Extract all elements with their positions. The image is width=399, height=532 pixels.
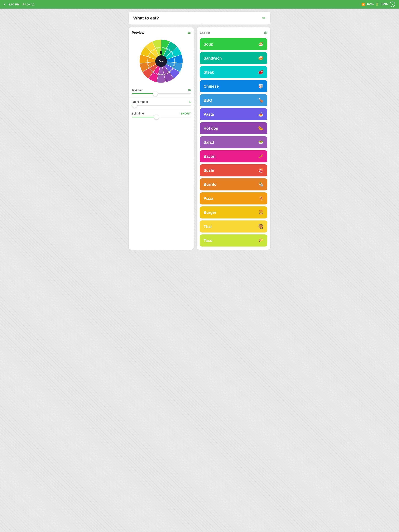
wheel-container[interactable]: SoupSandwichSteakChineseBBQPastaHot dogS… [132, 38, 191, 84]
label-name: Sandwich [204, 56, 256, 61]
spin-label: SPIN [380, 3, 388, 6]
preview-header: Preview ⇄ [132, 30, 191, 35]
text-size-value: 16 [187, 89, 191, 92]
label-name: Pasta [204, 112, 256, 117]
label-emoji: 🌭 [258, 126, 264, 131]
label-item[interactable]: Soup🍜 [200, 38, 267, 50]
label-name: Chinese [204, 84, 256, 89]
label-list: Soup🍜Sandwich🥪Steak🥩Chinese🥡BBQ🍗Pasta🍝Ho… [200, 38, 267, 247]
label-name: Burger [204, 210, 256, 215]
label-name: BBQ [204, 98, 256, 103]
label-repeat-setting: Label repeat 1 [132, 100, 191, 106]
spin-time-value: SHORT [180, 112, 191, 115]
label-name: Burrito [204, 182, 256, 187]
label-emoji: 🥗 [258, 140, 264, 145]
wifi-icon: 📶 [361, 3, 365, 6]
label-name: Soup [204, 42, 256, 47]
label-item[interactable]: Sandwich🥪 [200, 52, 267, 64]
preview-label: Preview [132, 31, 144, 35]
label-item[interactable]: Salad🥗 [200, 136, 267, 148]
label-item[interactable]: Steak🥩 [200, 66, 267, 78]
svg-text:Spin: Spin [159, 60, 164, 62]
label-emoji: 🍕 [258, 196, 264, 201]
content-row: Preview ⇄ SoupSandwichSteakChineseBBQPas… [129, 27, 270, 250]
shuffle-button[interactable]: ⇄ [187, 30, 191, 35]
labels-header: Labels ⊕ [200, 30, 267, 35]
spin-wheel[interactable]: SoupSandwichSteakChineseBBQPastaHot dogS… [138, 38, 185, 84]
main-container: What to eat? ✏ Preview ⇄ SoupSandwichSte… [125, 9, 274, 253]
label-item[interactable]: Hot dog🌭 [200, 122, 267, 134]
label-name: Taco [204, 238, 256, 243]
labels-title: Labels [200, 31, 210, 35]
right-panel: Labels ⊕ Soup🍜Sandwich🥪Steak🥩Chinese🥡BBQ… [197, 27, 270, 250]
spin-time-thumb[interactable] [154, 115, 159, 119]
label-emoji: 🌯 [258, 182, 264, 187]
label-item[interactable]: Pizza🍕 [200, 192, 267, 204]
text-size-setting: Text size 16 [132, 89, 191, 94]
label-emoji: 🍣 [258, 168, 264, 173]
text-size-track[interactable] [132, 93, 191, 94]
text-size-thumb[interactable] [153, 91, 158, 96]
label-emoji: 🍗 [258, 98, 264, 103]
label-repeat-track[interactable] [132, 105, 191, 106]
battery-level: 100% [367, 3, 374, 6]
label-emoji: 🌮 [258, 238, 264, 243]
status-time: 9:04 PM [8, 3, 19, 6]
add-label-button[interactable]: ⊕ [264, 30, 267, 35]
left-panel: Preview ⇄ SoupSandwichSteakChineseBBQPas… [129, 27, 194, 250]
label-emoji: 🥓 [258, 154, 264, 159]
label-repeat-value: 1 [189, 100, 191, 103]
spin-time-label: Spin time [132, 112, 144, 115]
label-item[interactable]: Thai🥘 [200, 221, 267, 233]
label-emoji: 🥡 [258, 84, 264, 89]
label-name: Sushi [204, 168, 256, 173]
label-name: Bacon [204, 154, 256, 159]
spin-button[interactable]: SPIN › [380, 1, 395, 7]
label-name: Thai [204, 224, 256, 229]
edit-button[interactable]: ✏ [262, 16, 266, 21]
page-title: What to eat? [133, 16, 159, 21]
label-repeat-thumb[interactable] [132, 103, 137, 108]
text-size-label: Text size [132, 89, 143, 92]
title-card: What to eat? ✏ [129, 12, 270, 25]
label-item[interactable]: Burrito🌯 [200, 178, 267, 190]
label-emoji: 🥘 [258, 224, 264, 229]
label-item[interactable]: Burger🍔 [200, 206, 267, 218]
svg-text:Salad: Salad [159, 74, 163, 76]
status-date: Fri Jul 12 [23, 3, 35, 6]
label-item[interactable]: BBQ🍗 [200, 94, 267, 106]
label-item[interactable]: Bacon🥓 [200, 150, 267, 162]
status-bar: ‹ 9:04 PM Fri Jul 12 📶 100% 🔋 SPIN › [0, 0, 399, 9]
label-item[interactable]: Taco🌮 [200, 234, 267, 247]
back-button[interactable]: ‹ [4, 2, 5, 7]
spin-time-track[interactable] [132, 117, 191, 117]
spin-time-fill [132, 117, 156, 117]
label-emoji: 🍔 [258, 210, 264, 215]
label-name: Hot dog [204, 126, 256, 131]
text-size-fill [132, 93, 155, 94]
label-item[interactable]: Sushi🍣 [200, 164, 267, 177]
label-emoji: 🥩 [258, 70, 264, 75]
spin-time-setting: Spin time SHORT [132, 112, 191, 117]
label-item[interactable]: Pasta🍝 [200, 108, 267, 120]
label-emoji: 🍜 [258, 42, 264, 47]
label-name: Pizza [204, 196, 256, 201]
label-item[interactable]: Chinese🥡 [200, 80, 267, 92]
spin-circle-icon: › [390, 1, 395, 7]
label-name: Salad [204, 140, 256, 145]
label-emoji: 🍝 [258, 112, 264, 117]
label-name: Steak [204, 70, 256, 75]
battery-icon: 🔋 [375, 3, 379, 6]
label-emoji: 🥪 [258, 56, 264, 61]
